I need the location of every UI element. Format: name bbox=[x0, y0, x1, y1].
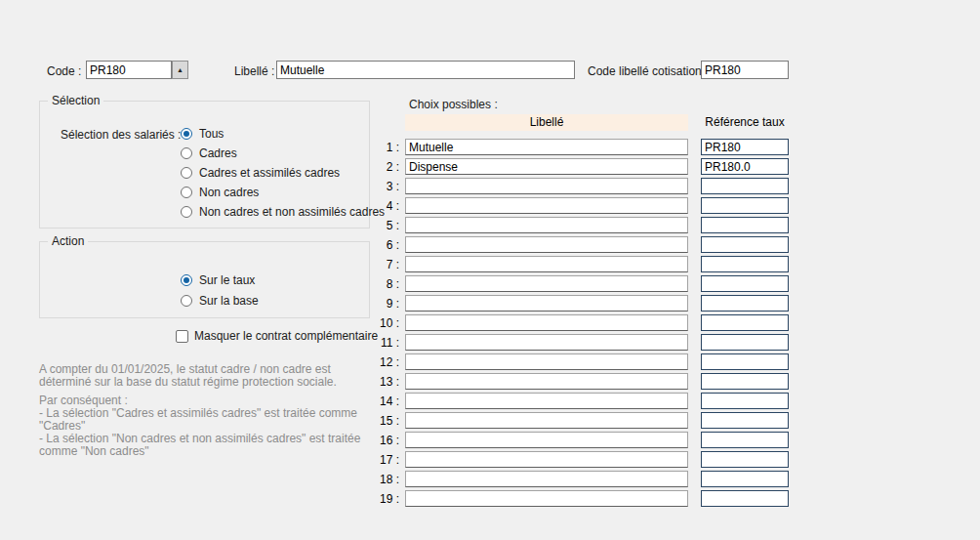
choice-reference-input-8[interactable] bbox=[701, 275, 789, 292]
choice-row-12: 12 : bbox=[374, 353, 790, 370]
radio-sur-le-taux-label: Sur le taux bbox=[199, 273, 255, 287]
radio-option-non-cadres[interactable]: Non cadres bbox=[181, 186, 259, 199]
radio-option-non-cadres-non-assimiles[interactable]: Non cadres et non assimilés cadres bbox=[181, 205, 385, 219]
libelle-label: Libellé : bbox=[234, 64, 274, 78]
choice-reference-input-3[interactable] bbox=[701, 178, 789, 194]
radio-non-cadres-non-assimiles-input[interactable] bbox=[181, 206, 192, 218]
choice-reference-input-13[interactable] bbox=[701, 373, 789, 390]
choice-libelle-input-14[interactable] bbox=[405, 393, 688, 409]
choice-reference-input-9[interactable] bbox=[701, 295, 789, 312]
radio-cadres-label: Cadres bbox=[199, 146, 237, 160]
radio-option-tous[interactable]: Tous bbox=[181, 127, 224, 141]
choice-row-15: 15 : bbox=[374, 412, 790, 429]
libelle-input[interactable] bbox=[276, 61, 575, 79]
radio-tous-input[interactable] bbox=[181, 128, 192, 140]
choice-libelle-input-8[interactable] bbox=[405, 275, 688, 292]
row-number-label: 19 : bbox=[374, 492, 399, 506]
row-number-label: 6 : bbox=[374, 238, 399, 252]
row-number-label: 2 : bbox=[374, 160, 399, 174]
choice-reference-input-12[interactable] bbox=[701, 353, 789, 370]
code-spinner-button[interactable]: ▲ bbox=[172, 61, 188, 79]
masquer-contrat-checkbox-row[interactable]: Masquer le contrat complémentaire bbox=[176, 329, 378, 343]
radio-non-cadres-non-assimiles-label: Non cadres et non assimilés cadres bbox=[199, 205, 385, 219]
row-number-label: 9 : bbox=[374, 297, 399, 311]
choice-row-6: 6 : bbox=[374, 236, 790, 253]
row-number-label: 5 : bbox=[374, 219, 399, 232]
choice-reference-input-19[interactable] bbox=[701, 490, 789, 507]
choice-reference-input-6[interactable] bbox=[701, 236, 789, 253]
choice-libelle-input-9[interactable] bbox=[405, 295, 688, 312]
choice-reference-input-14[interactable] bbox=[701, 393, 789, 409]
row-number-label: 16 : bbox=[374, 434, 399, 447]
choice-reference-input-17[interactable] bbox=[701, 451, 789, 468]
choice-reference-input-10[interactable] bbox=[701, 314, 789, 331]
choice-row-19: 19 : bbox=[374, 490, 790, 507]
row-number-label: 12 : bbox=[374, 355, 399, 369]
choice-libelle-input-19[interactable] bbox=[405, 490, 688, 507]
masquer-contrat-checkbox[interactable] bbox=[176, 330, 188, 343]
choice-reference-input-16[interactable] bbox=[701, 432, 789, 448]
choice-libelle-input-16[interactable] bbox=[405, 432, 688, 448]
choice-libelle-input-17[interactable] bbox=[405, 451, 688, 468]
choice-reference-input-2[interactable] bbox=[701, 158, 789, 175]
radio-option-sur-le-taux[interactable]: Sur le taux bbox=[181, 273, 255, 287]
cotisation-dialog: Code : ▲ Libellé : Code libellé cotisati… bbox=[0, 0, 980, 540]
choice-libelle-input-18[interactable] bbox=[405, 471, 688, 487]
code-input[interactable] bbox=[86, 61, 172, 79]
choice-row-16: 16 : bbox=[374, 432, 790, 448]
choice-libelle-input-12[interactable] bbox=[405, 353, 688, 370]
row-number-label: 14 : bbox=[374, 395, 399, 408]
row-number-label: 4 : bbox=[374, 199, 399, 213]
choice-reference-input-18[interactable] bbox=[701, 471, 789, 487]
radio-non-cadres-input[interactable] bbox=[181, 187, 192, 198]
radio-option-cadres-assimiles[interactable]: Cadres et assimilés cadres bbox=[181, 166, 340, 180]
choice-row-10: 10 : bbox=[374, 314, 790, 331]
choice-row-14: 14 : bbox=[374, 393, 790, 409]
code-label: Code : bbox=[47, 64, 81, 78]
choice-libelle-input-5[interactable] bbox=[405, 217, 688, 233]
radio-cadres-assimiles-input[interactable] bbox=[181, 167, 192, 179]
radio-cadres-assimiles-label: Cadres et assimilés cadres bbox=[199, 166, 340, 180]
radio-tous-label: Tous bbox=[199, 127, 224, 141]
choice-reference-input-5[interactable] bbox=[701, 217, 789, 233]
choice-row-8: 8 : bbox=[374, 275, 790, 292]
choice-row-13: 13 : bbox=[374, 373, 790, 390]
code-libelle-cotisation-label: Code libellé cotisation : bbox=[588, 64, 708, 78]
choice-libelle-input-4[interactable] bbox=[405, 197, 688, 214]
choice-row-9: 9 : bbox=[374, 295, 790, 312]
code-libelle-cotisation-input[interactable] bbox=[701, 61, 789, 79]
choice-libelle-input-11[interactable] bbox=[405, 334, 688, 351]
choice-libelle-input-7[interactable] bbox=[405, 256, 688, 272]
choice-libelle-input-6[interactable] bbox=[405, 236, 688, 253]
choice-reference-input-15[interactable] bbox=[701, 412, 789, 429]
choice-libelle-input-2[interactable] bbox=[405, 158, 688, 175]
note-par-consequent: Par conséquent : - La sélection "Cadres … bbox=[39, 395, 371, 458]
radio-cadres-input[interactable] bbox=[181, 147, 192, 159]
choice-reference-input-7[interactable] bbox=[701, 256, 789, 272]
choice-reference-input-11[interactable] bbox=[701, 334, 789, 351]
row-number-label: 1 : bbox=[374, 141, 399, 154]
note-statut-cadre: A compter du 01/01/2025, le statut cadre… bbox=[39, 363, 371, 389]
choice-libelle-input-1[interactable] bbox=[405, 139, 688, 155]
radio-option-sur-la-base[interactable]: Sur la base bbox=[181, 294, 259, 308]
choice-libelle-input-15[interactable] bbox=[405, 412, 688, 429]
masquer-contrat-label: Masquer le contrat complémentaire bbox=[194, 329, 378, 343]
choice-libelle-input-13[interactable] bbox=[405, 373, 688, 390]
radio-sur-le-taux-input[interactable] bbox=[181, 274, 192, 286]
choice-reference-input-1[interactable] bbox=[701, 139, 789, 155]
row-number-label: 11 : bbox=[374, 336, 399, 350]
choice-row-17: 17 : bbox=[374, 451, 790, 468]
choice-row-1: 1 : bbox=[374, 139, 790, 155]
row-number-label: 15 : bbox=[374, 414, 399, 428]
choice-libelle-input-3[interactable] bbox=[405, 178, 688, 194]
choice-libelle-input-10[interactable] bbox=[405, 314, 688, 331]
row-number-label: 3 : bbox=[374, 180, 399, 193]
radio-sur-la-base-input[interactable] bbox=[181, 295, 192, 307]
selection-groupbox: Sélection Sélection des salariés : Tous … bbox=[39, 101, 370, 228]
row-number-label: 7 : bbox=[374, 258, 399, 271]
libelle-column-header: Libellé bbox=[405, 114, 688, 131]
choice-reference-input-4[interactable] bbox=[701, 197, 789, 214]
radio-option-cadres[interactable]: Cadres bbox=[181, 146, 237, 160]
choice-row-5: 5 : bbox=[374, 217, 790, 233]
choice-row-4: 4 : bbox=[374, 197, 790, 214]
